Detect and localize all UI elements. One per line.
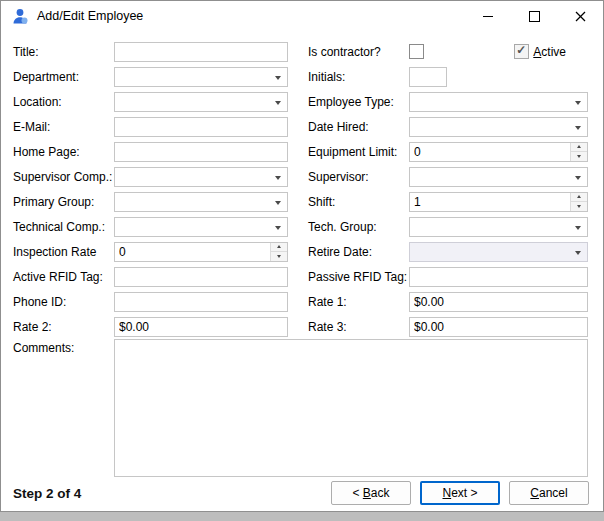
retire-date-select[interactable] xyxy=(409,242,588,262)
inspection-rate-down-button[interactable] xyxy=(271,251,287,261)
equipment-limit-input[interactable] xyxy=(410,143,570,161)
label-shift: Shift: xyxy=(288,195,409,209)
footer: Step 2 of 4 < Back Next > Cancel xyxy=(1,477,603,515)
rate-1-input[interactable] xyxy=(409,292,588,312)
label-employee-type: Employee Type: xyxy=(288,95,409,109)
label-active-rfid: Active RFID Tag: xyxy=(13,270,114,284)
window-title: Add/Edit Employee xyxy=(37,9,143,23)
home-page-input[interactable] xyxy=(114,142,288,162)
active-rfid-input[interactable] xyxy=(114,267,288,287)
maximize-button[interactable] xyxy=(511,1,557,31)
down-arrow-icon xyxy=(577,205,581,208)
title-input[interactable] xyxy=(114,42,288,62)
label-phone-id: Phone ID: xyxy=(13,295,114,309)
back-label-key: B xyxy=(363,486,371,500)
add-edit-employee-dialog: Add/Edit Employee Title: Is contractor? xyxy=(0,0,604,512)
email-input[interactable] xyxy=(114,117,288,137)
label-date-hired: Date Hired: xyxy=(288,120,409,134)
next-label-post: ext > xyxy=(451,486,477,500)
comments-row: Comments: xyxy=(13,339,591,477)
comments-label: Comments: xyxy=(13,339,114,477)
inspection-rate-input[interactable] xyxy=(115,243,270,261)
minimize-button[interactable] xyxy=(465,1,511,31)
minimize-icon xyxy=(483,16,493,17)
location-select[interactable] xyxy=(114,92,288,112)
active-checkbox-group: Active xyxy=(514,44,566,59)
cancel-label-key: C xyxy=(530,486,539,500)
down-arrow-icon xyxy=(277,255,281,258)
equipment-limit-down-button[interactable] xyxy=(571,151,587,161)
dropdown-arrow-icon xyxy=(575,101,581,105)
dropdown-arrow-icon xyxy=(275,201,281,205)
employee-icon xyxy=(11,7,29,25)
contractor-active-cell: Active xyxy=(409,42,588,62)
phone-id-input[interactable] xyxy=(114,292,288,312)
label-initials: Initials: xyxy=(288,70,409,84)
dropdown-arrow-icon xyxy=(575,176,581,180)
close-icon xyxy=(575,11,586,22)
is-contractor-checkbox[interactable] xyxy=(409,44,424,59)
label-email: E-Mail: xyxy=(13,120,114,134)
employee-type-select[interactable] xyxy=(409,92,588,112)
active-checkbox[interactable] xyxy=(514,44,529,59)
up-arrow-icon xyxy=(577,145,581,148)
inspection-rate-up-button[interactable] xyxy=(271,243,287,252)
shift-down-button[interactable] xyxy=(571,201,587,211)
cancel-label-post: ancel xyxy=(539,486,568,500)
comments-input[interactable] xyxy=(114,339,588,477)
label-retire-date: Retire Date: xyxy=(288,245,409,259)
inspection-rate-spin-buttons xyxy=(270,243,287,261)
inspection-rate-spinner[interactable] xyxy=(114,242,288,262)
active-label-text: ctive xyxy=(541,45,566,59)
supervisor-comp-select[interactable] xyxy=(114,167,288,187)
form-content: Title: Is contractor? Active Department:… xyxy=(1,31,603,477)
close-button[interactable] xyxy=(557,1,603,31)
date-hired-select[interactable] xyxy=(409,117,588,137)
passive-rfid-input[interactable] xyxy=(409,267,588,287)
supervisor-select[interactable] xyxy=(409,167,588,187)
label-rate-1: Rate 1: xyxy=(288,295,409,309)
shift-up-button[interactable] xyxy=(571,193,587,202)
equipment-limit-up-button[interactable] xyxy=(571,143,587,152)
next-label-key: N xyxy=(442,486,451,500)
dropdown-arrow-icon xyxy=(275,76,281,80)
label-department: Department: xyxy=(13,70,114,84)
shift-spin-buttons xyxy=(570,193,587,211)
label-technical-comp: Technical Comp.: xyxy=(13,220,114,234)
dropdown-arrow-icon xyxy=(275,176,281,180)
shift-input[interactable] xyxy=(410,193,570,211)
technical-comp-select[interactable] xyxy=(114,217,288,237)
dropdown-arrow-icon xyxy=(575,126,581,130)
equipment-limit-spin-buttons xyxy=(570,143,587,161)
label-equipment-limit: Equipment Limit: xyxy=(288,145,409,159)
label-supervisor-comp: Supervisor Comp.: xyxy=(13,170,114,184)
label-supervisor: Supervisor: xyxy=(288,170,409,184)
form-grid: Title: Is contractor? Active Department:… xyxy=(13,39,591,339)
label-primary-group: Primary Group: xyxy=(13,195,114,209)
next-button[interactable]: Next > xyxy=(420,481,500,505)
back-button[interactable]: < Back xyxy=(331,481,411,505)
rate-2-input[interactable] xyxy=(114,317,288,337)
cancel-button[interactable]: Cancel xyxy=(509,481,589,505)
tech-group-select[interactable] xyxy=(409,217,588,237)
primary-group-select[interactable] xyxy=(114,192,288,212)
dropdown-arrow-icon xyxy=(275,226,281,230)
label-home-page: Home Page: xyxy=(13,145,114,159)
dropdown-arrow-icon xyxy=(575,226,581,230)
active-label: Active xyxy=(533,45,566,59)
label-passive-rfid: Passive RFID Tag: xyxy=(288,270,409,284)
down-arrow-icon xyxy=(577,155,581,158)
shift-spinner[interactable] xyxy=(409,192,588,212)
dropdown-arrow-icon xyxy=(275,101,281,105)
titlebar: Add/Edit Employee xyxy=(1,1,603,31)
department-select[interactable] xyxy=(114,67,288,87)
up-arrow-icon xyxy=(577,195,581,198)
rate-3-input[interactable] xyxy=(409,317,588,337)
up-arrow-icon xyxy=(277,245,281,248)
footer-buttons: < Back Next > Cancel xyxy=(331,481,589,505)
dropdown-arrow-icon xyxy=(575,251,581,255)
initials-input[interactable] xyxy=(409,67,447,87)
label-inspection-rate: Inspection Rate xyxy=(13,245,114,259)
label-location: Location: xyxy=(13,95,114,109)
equipment-limit-spinner[interactable] xyxy=(409,142,588,162)
